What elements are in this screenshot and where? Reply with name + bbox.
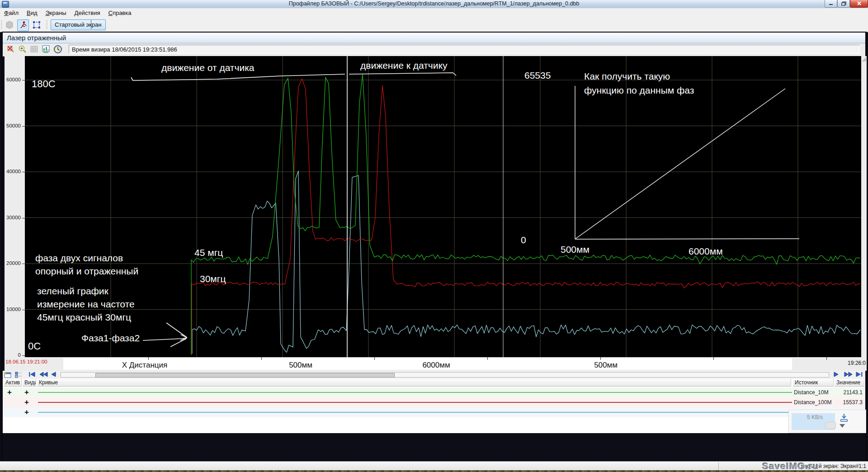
y-tick-label: 40000 xyxy=(5,169,21,174)
chart-annotation: 45мгц красный 30мгц xyxy=(37,312,131,322)
curve-legend-line xyxy=(38,392,792,393)
curve-row-Distance_100M[interactable]: +Distance_100M15537.3 xyxy=(3,397,865,407)
download-button[interactable] xyxy=(839,412,849,425)
chart-annotation: зеленый график xyxy=(37,286,109,296)
x-tick-mark xyxy=(374,357,375,360)
x-band-label: 500мм xyxy=(289,361,312,370)
status-bar: Текущий экран: Экран#1:1 xyxy=(0,461,868,471)
y-tick-label: 60000 xyxy=(5,77,21,82)
menu-item-5[interactable]: Справка xyxy=(104,8,135,16)
curve-legend-line xyxy=(38,412,792,413)
chart-annotation: фаза двух сигналов xyxy=(35,253,123,263)
toolbar-separator xyxy=(46,20,47,29)
download-speed: 5 KB/s xyxy=(807,414,837,420)
minimize-button[interactable] xyxy=(825,0,837,8)
screen-settings-button[interactable] xyxy=(42,45,52,55)
run-button[interactable] xyxy=(17,19,29,31)
y-tick-label: 10000 xyxy=(5,307,21,312)
nav-forward-button[interactable] xyxy=(833,371,842,378)
annotation-line xyxy=(575,239,799,239)
grid-button-disabled xyxy=(30,45,40,55)
window-new-icon xyxy=(4,371,12,378)
visible-toggle[interactable]: + xyxy=(24,398,29,407)
chart-annotation: движение к датчику xyxy=(360,60,448,71)
dock-caret xyxy=(91,20,91,29)
curve-row-Distance_10M[interactable]: ++Distance_10M21143.1 xyxy=(3,387,865,397)
nav-last-button[interactable] xyxy=(855,371,864,378)
x-tick-mark xyxy=(600,357,601,360)
curve-legend-line xyxy=(38,402,792,403)
curve-value: 21143.1 xyxy=(835,389,863,396)
x-tick-mark xyxy=(261,357,262,360)
x-band-label: 500мм xyxy=(594,361,618,370)
chart-annotation: 180C xyxy=(32,78,56,90)
start-screen-button[interactable]: Стартовый экран xyxy=(51,19,106,30)
tree-icon xyxy=(14,371,23,378)
curve-source: Distance_100M xyxy=(794,399,831,406)
dropdown-arrow-icon[interactable] xyxy=(840,424,845,430)
nav-fast-back-button[interactable] xyxy=(39,371,48,378)
chart-annotation: 6000мм xyxy=(689,246,723,256)
h-scrollbar-thumb[interactable] xyxy=(95,373,395,378)
curve-source: Distance_10M xyxy=(794,389,829,396)
resize-grip-icon[interactable] xyxy=(862,57,867,62)
save-button-disabled xyxy=(4,19,15,31)
menu-item-4[interactable]: Действия xyxy=(71,8,104,16)
visible-toggle[interactable]: + xyxy=(24,388,29,397)
fit-screen-button[interactable] xyxy=(31,19,42,31)
plot-background xyxy=(25,56,861,357)
y-tick-label: 50000 xyxy=(5,123,21,128)
visible-toggle[interactable]: + xyxy=(24,408,29,417)
scroll-row xyxy=(3,371,865,379)
menu-item-1[interactable]: Файл xyxy=(0,8,23,16)
y-tick-label: 30000 xyxy=(5,215,21,220)
time-button[interactable] xyxy=(53,45,63,55)
download-widget: 5 KB/s xyxy=(788,410,866,433)
nav-last-icon xyxy=(855,371,863,378)
tree-view-button[interactable] xyxy=(14,371,24,378)
curves-header-Значение: Значение xyxy=(835,379,864,387)
y-tick-label: 20000 xyxy=(5,260,21,266)
restore-button[interactable] xyxy=(837,0,850,8)
axis-end-time: 19:26:0 xyxy=(848,360,866,366)
minimize-icon xyxy=(829,1,833,5)
nav-fast-forward-button[interactable] xyxy=(844,371,853,378)
curves-header-3: Кривые xyxy=(37,379,791,387)
nav-back-icon xyxy=(50,371,57,378)
active-toggle[interactable]: + xyxy=(7,388,12,397)
screen-list-button[interactable] xyxy=(4,371,13,378)
x-band-label: X Дистанция xyxy=(122,361,167,370)
save-icon xyxy=(5,21,14,29)
nav-first-icon xyxy=(28,371,36,378)
plot-canvas[interactable]: движение от датчикадвижение к датчику180… xyxy=(25,56,861,357)
taskbar-sliver xyxy=(0,470,868,472)
menu-item-3[interactable]: Экраны xyxy=(42,8,71,16)
axis-start-datetime: 18.06.15 19:21:00 xyxy=(5,359,47,364)
chart-annotation: движение от датчика xyxy=(161,62,255,73)
clock-icon xyxy=(53,45,62,54)
running-man-icon xyxy=(19,21,27,29)
curves-header-1: Актив xyxy=(4,379,22,387)
chart-annotation: 65535 xyxy=(524,70,551,80)
chart-annotation: 45 мгц xyxy=(194,247,223,258)
zoom-cancel-button[interactable] xyxy=(6,45,16,55)
x-tick-mark xyxy=(713,357,714,360)
nav-fast-back-icon xyxy=(39,371,48,378)
nav-back-button[interactable] xyxy=(50,371,59,378)
status-separator xyxy=(718,463,719,470)
grid-icon xyxy=(30,45,39,54)
chart-annotation: Как получить такую xyxy=(584,71,670,81)
curve-row-distance[interactable]: +distance5605.83 xyxy=(3,407,865,417)
y-axis-gutter: 0100002000030000400005000060000 xyxy=(5,56,25,357)
menu-bar: ФайлВидЭкраныДействияСправка xyxy=(0,8,868,19)
zoom-in-button[interactable] xyxy=(18,45,28,55)
screen-chart-icon xyxy=(42,45,51,54)
close-button[interactable] xyxy=(850,0,868,8)
menu-item-2[interactable]: Вид xyxy=(23,8,42,16)
nav-first-button[interactable] xyxy=(28,371,37,378)
h-scrollbar-track[interactable] xyxy=(61,372,829,378)
chart-area[interactable]: 0100002000030000400005000060000 движение… xyxy=(5,56,867,357)
toolbar-grip xyxy=(1,20,2,29)
x-tick-mark xyxy=(148,357,149,360)
title-bar: Профайлер БАЗОВЫЙ - C:/Users/Sergey/Desk… xyxy=(0,0,868,9)
